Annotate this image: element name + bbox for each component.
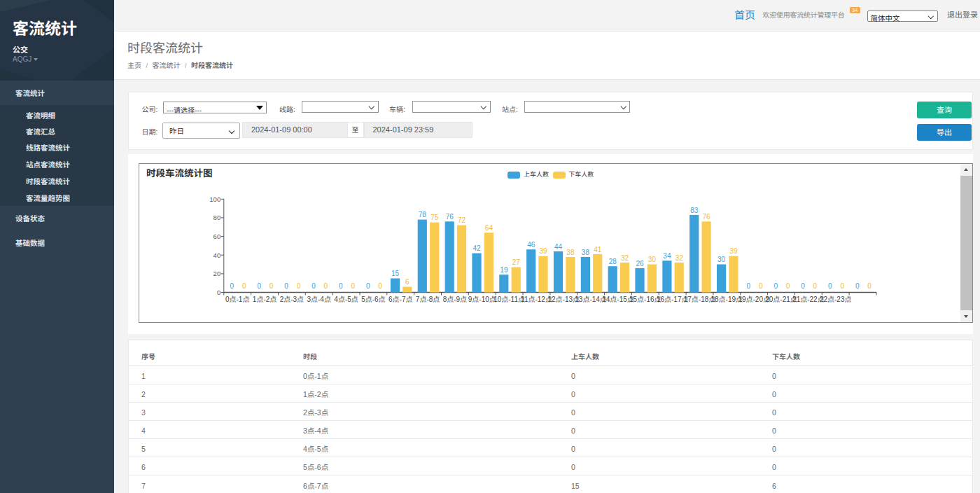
svg-text:0: 0 — [296, 282, 300, 290]
svg-text:34: 34 — [663, 252, 671, 260]
svg-text:0: 0 — [828, 282, 832, 290]
svg-text:27: 27 — [512, 258, 520, 266]
svg-text:5点-6点: 5点-6点 — [361, 296, 385, 303]
svg-text:20: 20 — [213, 270, 220, 277]
svg-text:0: 0 — [257, 282, 261, 290]
svg-text:100: 100 — [209, 195, 220, 203]
svg-text:0: 0 — [216, 289, 220, 296]
svg-text:30: 30 — [718, 256, 726, 263]
svg-text:7点-8点: 7点-8点 — [415, 296, 439, 303]
svg-text:0: 0 — [284, 282, 288, 290]
svg-text:44: 44 — [554, 243, 562, 251]
svg-text:76: 76 — [702, 213, 710, 221]
svg-text:32: 32 — [621, 254, 629, 262]
svg-text:0: 0 — [365, 282, 370, 290]
svg-text:0: 0 — [323, 282, 328, 290]
svg-text:6: 6 — [405, 278, 410, 286]
svg-text:76: 76 — [445, 213, 454, 221]
svg-text:80: 80 — [213, 214, 220, 221]
svg-text:78: 78 — [418, 211, 426, 218]
svg-text:30: 30 — [648, 256, 656, 263]
svg-text:38: 38 — [581, 249, 589, 256]
svg-text:0点-1点: 0点-1点 — [225, 296, 248, 303]
svg-text:32: 32 — [675, 254, 683, 262]
svg-text:0: 0 — [801, 282, 805, 290]
svg-text:0: 0 — [230, 282, 234, 290]
svg-text:0: 0 — [269, 282, 273, 290]
svg-text:8点-9点: 8点-9点 — [442, 296, 466, 303]
svg-text:4点-5点: 4点-5点 — [334, 296, 358, 303]
svg-text:0: 0 — [785, 282, 790, 290]
svg-text:22点-23点: 22点-23点 — [819, 296, 851, 303]
svg-text:0: 0 — [339, 282, 343, 290]
svg-text:72: 72 — [457, 216, 465, 224]
svg-text:42: 42 — [472, 244, 481, 252]
svg-text:0: 0 — [746, 282, 750, 290]
svg-text:0: 0 — [351, 282, 355, 290]
svg-text:0: 0 — [759, 282, 763, 290]
svg-text:2点-3点: 2点-3点 — [279, 296, 303, 303]
svg-text:26: 26 — [636, 260, 644, 268]
svg-text:64: 64 — [484, 224, 493, 232]
svg-text:39: 39 — [539, 247, 547, 255]
svg-text:39: 39 — [729, 247, 738, 255]
svg-text:0: 0 — [378, 282, 382, 290]
svg-text:9点-10点: 9点-10点 — [468, 296, 496, 303]
svg-text:0: 0 — [242, 282, 246, 290]
svg-text:28: 28 — [608, 258, 617, 265]
svg-text:40: 40 — [213, 251, 220, 259]
svg-text:3点-4点: 3点-4点 — [307, 296, 330, 303]
svg-text:46: 46 — [527, 241, 536, 249]
svg-text:41: 41 — [594, 246, 602, 254]
svg-text:6点-7点: 6点-7点 — [388, 296, 412, 303]
svg-text:60: 60 — [213, 232, 220, 240]
svg-text:0: 0 — [312, 282, 316, 290]
svg-text:0: 0 — [855, 282, 860, 290]
svg-text:0: 0 — [840, 282, 844, 290]
svg-text:15: 15 — [391, 270, 399, 277]
svg-text:0: 0 — [774, 282, 778, 290]
svg-text:1点-2点: 1点-2点 — [252, 296, 276, 303]
svg-text:83: 83 — [690, 207, 699, 214]
svg-text:0: 0 — [813, 282, 817, 290]
svg-text:0: 0 — [867, 282, 872, 290]
svg-text:38: 38 — [566, 249, 575, 256]
svg-text:75: 75 — [430, 214, 439, 221]
svg-text:19: 19 — [500, 266, 508, 274]
